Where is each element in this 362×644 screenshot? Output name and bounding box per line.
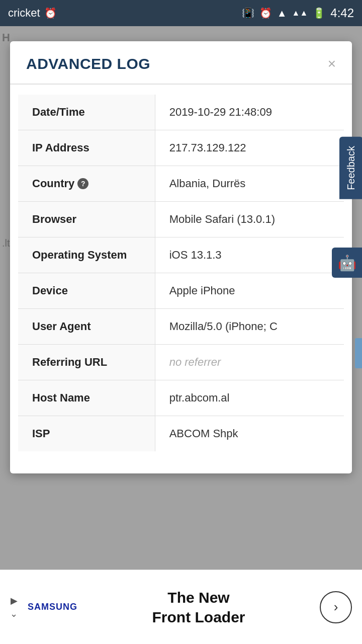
ad-controls: ▶ ⌄ <box>10 595 18 619</box>
table-row: User AgentMozilla/5.0 (iPhone; C <box>18 309 344 345</box>
row-label-os: Operating System <box>18 237 155 273</box>
row-value-datetime: 2019-10-29 21:48:09 <box>155 95 344 130</box>
ad-next-button[interactable]: › <box>320 591 352 623</box>
signal-icon: ▲▲ <box>292 9 308 18</box>
status-time: 4:42 <box>330 6 354 20</box>
page-background: H .lt ADVANCED LOG × Date/Time2019-10-29… <box>0 26 362 644</box>
row-label-datetime: Date/Time <box>18 95 155 130</box>
info-table: Date/Time2019-10-29 21:48:09IP Address21… <box>18 95 344 451</box>
no-referrer-text: no referrer <box>169 356 221 368</box>
modal-overlay: ADVANCED LOG × Date/Time2019-10-29 21:48… <box>0 26 362 644</box>
ad-play-icon[interactable]: ▶ <box>11 595 18 606</box>
row-label-host-name: Host Name <box>18 380 155 416</box>
row-label-user-agent: User Agent <box>18 309 155 345</box>
ad-headline-line1: The New Front Loader <box>87 588 310 627</box>
feedback-tab[interactable]: Feedback <box>339 137 362 199</box>
ad-text: The New Front Loader <box>87 588 310 627</box>
row-value-isp: ABCOM Shpk <box>155 416 344 452</box>
bot-icon: 🤖 <box>338 254 356 272</box>
scroll-indicator[interactable] <box>355 338 362 368</box>
table-row: Country ?Albania, Durrës <box>18 166 344 202</box>
row-value-os: iOS 13.1.3 <box>155 237 344 273</box>
table-row: ISPABCOM Shpk <box>18 416 344 452</box>
alarm-clock-icon: ⏰ <box>259 7 272 19</box>
row-label-browser: Browser <box>18 202 155 237</box>
row-value-device: Apple iPhone <box>155 273 344 309</box>
modal-header: ADVANCED LOG × <box>10 41 352 85</box>
alarm-icon: ⏰ <box>44 7 57 19</box>
modal-body: Date/Time2019-10-29 21:48:09IP Address21… <box>10 95 352 473</box>
country-label: Country ? <box>32 177 88 190</box>
row-label-device: Device <box>18 273 155 309</box>
table-row: Operating SystemiOS 13.1.3 <box>18 237 344 273</box>
table-row: DeviceApple iPhone <box>18 273 344 309</box>
row-label-referring-url: Referring URL <box>18 345 155 380</box>
row-value-host-name: ptr.abcom.al <box>155 380 344 416</box>
status-bar-left: cricket ⏰ <box>8 7 57 20</box>
row-value-country: Albania, Durrës <box>155 166 344 202</box>
feedback-bot-button[interactable]: 🤖 <box>332 248 362 278</box>
row-value-browser: Mobile Safari (13.0.1) <box>155 202 344 237</box>
row-value-referring-url: no referrer <box>155 345 344 380</box>
table-row: BrowserMobile Safari (13.0.1) <box>18 202 344 237</box>
wifi-icon: ▲ <box>277 8 287 19</box>
row-value-user-agent: Mozilla/5.0 (iPhone; C <box>155 309 344 345</box>
battery-icon: 🔋 <box>313 7 325 19</box>
carrier-name: cricket <box>8 7 40 20</box>
modal-close-button[interactable]: × <box>328 57 336 71</box>
row-label-isp: ISP <box>18 416 155 452</box>
modal-title: ADVANCED LOG <box>26 55 150 72</box>
row-label-country: Country ? <box>18 166 155 202</box>
row-label-ip-address: IP Address <box>18 130 155 166</box>
status-bar-right: 📳 ⏰ ▲ ▲▲ 🔋 4:42 <box>242 6 354 20</box>
ad-banner: ▶ ⌄ SAMSUNG The New Front Loader › <box>0 570 362 644</box>
table-row: IP Address217.73.129.122 <box>18 130 344 166</box>
status-bar: cricket ⏰ 📳 ⏰ ▲ ▲▲ 🔋 4:42 <box>0 0 362 26</box>
info-icon[interactable]: ? <box>77 178 88 189</box>
ad-brand: SAMSUNG <box>28 602 77 612</box>
table-row: Date/Time2019-10-29 21:48:09 <box>18 95 344 130</box>
ad-expand-icon[interactable]: ⌄ <box>10 608 18 619</box>
vibrate-icon: 📳 <box>242 7 254 19</box>
advanced-log-modal: ADVANCED LOG × Date/Time2019-10-29 21:48… <box>10 41 352 473</box>
row-value-ip-address: 217.73.129.122 <box>155 130 344 166</box>
table-row: Referring URLno referrer <box>18 345 344 380</box>
table-row: Host Nameptr.abcom.al <box>18 380 344 416</box>
